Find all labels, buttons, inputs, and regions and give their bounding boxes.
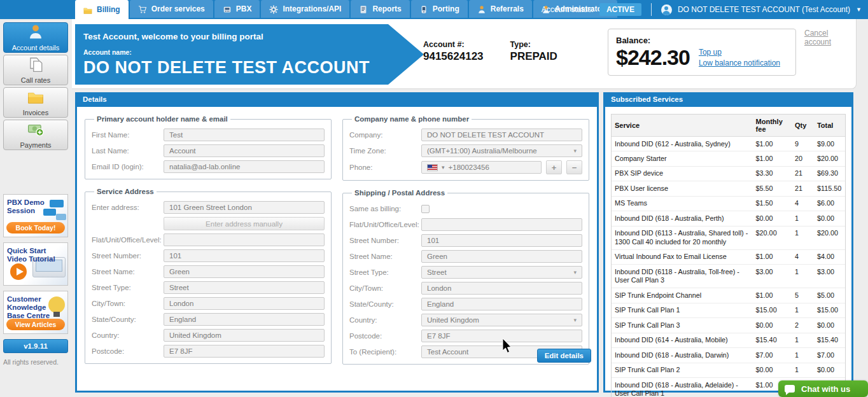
ship-street-type-select[interactable]: Street▾ [421,266,582,279]
remove-phone-button[interactable]: − [566,160,582,174]
tab-reports[interactable]: Reports [351,0,409,18]
field-row: City/Town:London [349,282,582,295]
field-row: State/County:England [349,298,582,310]
field-label: To (Recipient): [349,348,421,356]
fieldset-legend: Service Address [94,188,157,195]
promo-button-book-today-[interactable]: Book Today! [6,222,65,233]
company-field[interactable]: DO NOT DELETE TEST ACCOUNT [421,129,582,141]
promo-banner-pbx-demo-session[interactable]: PBX Demo SessionBook Today! [3,194,68,237]
ship-city-town-field[interactable]: London [421,282,582,295]
postcode-field[interactable]: E7 8JF [164,345,325,358]
table-cell: Inbound DID (6118 - Australia, Toll-free… [612,265,753,288]
field-row: State/County:England [92,313,325,326]
select-chevron-icon[interactable]: ▾ [573,148,577,154]
table-cell: MS Teams [612,196,753,211]
tab-label: Referrals [491,4,524,13]
cancel-account-link[interactable]: Cancel account [804,29,856,46]
type-value: PREPAID [510,50,557,63]
street-number-field[interactable]: 101 [164,249,325,262]
table-cell: $7.00 [753,348,792,363]
sidebar: Account detailsCall ratesInvoicesPayment… [3,22,68,152]
first-name-field[interactable]: Test [164,129,325,141]
field-value: Green [169,268,190,275]
table-row: Company Starter$1.0020$20.00 [612,151,845,166]
table-cell: SIP Trunk Call Plan 3 [612,318,753,333]
table-cell: 9 [792,137,814,151]
table-cell: $0.00 [814,211,845,226]
street-name-field[interactable]: Green [164,265,325,278]
promo-banner-quick-start-video-tutorial[interactable]: Quick Start Video Tutorial [3,242,68,286]
add-phone-button[interactable]: + [546,160,562,174]
table-cell: 1 [792,348,814,363]
sidebar-item-payments[interactable]: Payments [3,120,68,150]
sidebar-item-account-details[interactable]: Account details [3,22,68,53]
money-icon [27,121,44,140]
ship-flat-unit-field[interactable] [421,218,582,231]
ship-state-county-field[interactable]: England [421,298,582,310]
field-label: State/County: [92,316,164,323]
enter-address-field[interactable]: 101 Green Street London [164,201,325,214]
field-label: Country: [92,331,164,339]
ship-street-number-field[interactable]: 101 [421,234,582,247]
top-up-link[interactable]: Top up [699,48,780,57]
table-cell: $15.00 [814,303,845,317]
promo-button-view-articles[interactable]: View Articles [6,319,65,330]
field-row: Enter address:101 Green Street London [92,201,325,214]
tab-referrals[interactable]: Referrals [469,0,532,18]
field-label: Street Name: [92,268,164,275]
field-label: Street Name: [349,253,421,260]
table-cell: 1 [792,363,814,377]
phone-field[interactable]: ▾+180023456 [421,161,542,174]
tab-label: Integrations/API [283,4,341,13]
user-menu[interactable]: DO NOT DELETE TEST ACCOUNT (Test Account… [678,5,850,14]
field-value: E7 8JF [169,347,192,355]
chevron-down-icon[interactable]: ▼ [856,6,862,13]
country-field[interactable]: United Kingdom [164,329,325,342]
edit-details-button[interactable]: Edit details [537,349,591,363]
email-id-field[interactable]: natalia@ad-lab.online [164,160,325,173]
subscribed-services-panel: Subscribed Services ServiceMonthly feeQt… [603,92,853,393]
enter-address-manually-button[interactable]: Enter address manually [164,217,325,230]
version-button[interactable]: v1.9.11 [3,339,68,353]
field-row: Street Type:Street▾ [349,266,582,279]
tab-pbx[interactable]: PBX [214,0,260,18]
street-type-field[interactable]: Street [164,281,325,294]
time-zone-select[interactable]: (GMT+11:00) Australia/Melbourne▾ [421,144,582,157]
field-row: Flat/Unit/Office/Level: [349,218,582,231]
field-label: Street Type: [349,268,421,276]
chat-with-us-button[interactable]: Chat with us [778,380,868,397]
balance-label: Balance: [616,36,788,45]
tab-integrations-api[interactable]: Integrations/API [261,0,349,18]
field-value: England [169,316,196,323]
tab-billing[interactable]: Billing [75,0,129,19]
flag-chevron-icon[interactable]: ▾ [442,164,445,171]
services-table: ServiceMonthly feeQtyTotal Inbound DID (… [611,114,846,397]
city-town-field[interactable]: London [164,297,325,310]
field-value: natalia@ad-lab.online [169,163,240,171]
ship-street-name-field[interactable]: Green [421,250,582,263]
promo-banner-customer-knowledge-base-centre[interactable]: Customer Knowledge Base CentreView Artic… [3,291,68,334]
field-label: Postcode: [349,332,421,340]
table-cell: SIP Trunk Call Plan 1 [612,303,753,317]
same-as-billing-checkbox[interactable] [421,205,430,213]
table-row: SIP Trunk Call Plan 2$0.001$0.00 [612,363,845,377]
low-balance-notification-link[interactable]: Low balance notification [699,59,780,67]
table-cell: 21 [792,181,814,196]
tab-order-services[interactable]: Order services [130,0,213,18]
state-county-field[interactable]: England [164,313,325,326]
sidebar-item-invoices[interactable]: Invoices [3,87,68,118]
details-panel: Details Primary account holder name & em… [75,92,599,393]
subscribed-services-title: Subscribed Services [605,92,852,107]
sidebar-item-call-rates[interactable]: Call rates [3,55,68,85]
select-chevron-icon[interactable]: ▾ [573,269,577,275]
tab-porting[interactable]: Porting [411,0,468,18]
last-name-field[interactable]: Account [164,144,325,157]
field-row: City/Town:London [92,297,325,310]
us-flag-icon[interactable] [427,164,438,171]
person-icon [27,24,44,43]
select-chevron-icon[interactable]: ▾ [573,317,577,323]
promo-title: Customer Knowledge Base Centre [7,295,64,320]
ship-country-select[interactable]: United Kingdom▾ [421,314,582,326]
play-icon[interactable] [9,262,28,281]
flat-unit-field[interactable] [164,233,325,246]
